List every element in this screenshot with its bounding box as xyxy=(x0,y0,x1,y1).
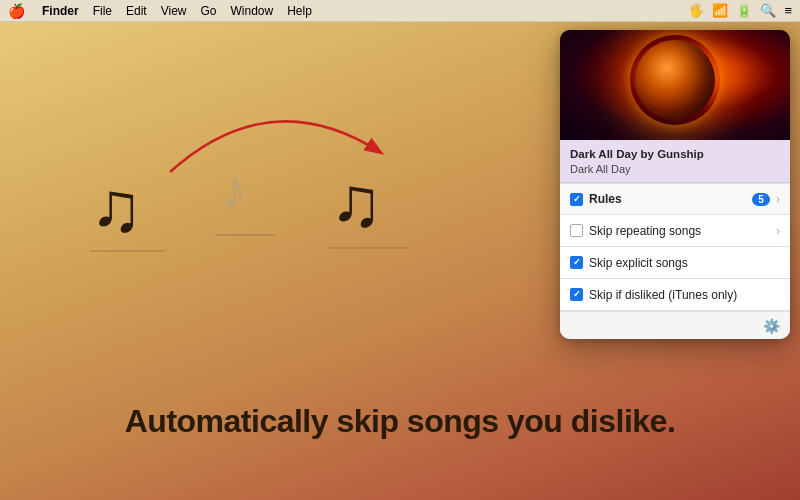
album-art xyxy=(560,30,790,140)
rules-label: Rules xyxy=(589,192,746,206)
note-line-3 xyxy=(328,247,408,249)
skip-disliked-label: Skip if disliked (iTunes only) xyxy=(589,288,780,302)
app-name-menu[interactable]: Finder xyxy=(35,0,86,22)
menu-go[interactable]: Go xyxy=(194,0,224,22)
main-background: ♫ ♪ ♫ Automatically skip songs you disli… xyxy=(0,22,800,500)
rules-badge: 5 xyxy=(752,193,770,206)
song-title: Dark All Day by Gunship xyxy=(570,147,780,162)
music-note-3: ♫ xyxy=(330,167,383,237)
skip-explicit-row[interactable]: Skip explicit songs xyxy=(560,247,790,279)
rules-row[interactable]: Rules 5 › xyxy=(560,183,790,215)
gear-icon[interactable]: ⚙️ xyxy=(763,318,780,334)
skip-repeating-checkbox[interactable] xyxy=(570,224,583,237)
bottom-gear-row: ⚙️ xyxy=(560,311,790,339)
space-visual xyxy=(560,30,790,140)
skip-repeating-chevron-icon: › xyxy=(776,224,780,238)
music-note-1: ♫ xyxy=(90,172,143,242)
menu-edit[interactable]: Edit xyxy=(119,0,154,22)
menu-file[interactable]: File xyxy=(86,0,119,22)
skip-explicit-checkbox[interactable] xyxy=(570,256,583,269)
search-icon[interactable]: 🔍 xyxy=(760,3,776,18)
hand-icon: 🖐 xyxy=(688,3,704,18)
wifi-icon: 📶 xyxy=(712,3,728,18)
skip-disliked-checkbox[interactable] xyxy=(570,288,583,301)
music-note-2: ♪ xyxy=(220,162,248,217)
menu-extra-icon[interactable]: ≡ xyxy=(784,3,792,18)
planet-visual xyxy=(635,40,715,120)
menu-bar: 🍎 Finder File Edit View Go Window Help 🖐… xyxy=(0,0,800,22)
apple-menu-icon[interactable]: 🍎 xyxy=(8,3,25,19)
note-line-2 xyxy=(215,234,275,236)
rules-chevron-icon: › xyxy=(776,192,780,206)
skip-repeating-label: Skip repeating songs xyxy=(589,224,770,238)
popup-panel: Dark All Day by Gunship Dark All Day Rul… xyxy=(560,30,790,339)
skip-explicit-label: Skip explicit songs xyxy=(589,256,780,270)
menu-window[interactable]: Window xyxy=(224,0,281,22)
skip-repeating-row[interactable]: Skip repeating songs › xyxy=(560,215,790,247)
battery-icon: 🔋 xyxy=(736,3,752,18)
note-line-1 xyxy=(90,250,165,252)
song-album: Dark All Day xyxy=(570,162,780,176)
menu-view[interactable]: View xyxy=(154,0,194,22)
song-info: Dark All Day by Gunship Dark All Day xyxy=(560,140,790,183)
tagline: Automatically skip songs you dislike. xyxy=(0,403,800,440)
skip-disliked-row[interactable]: Skip if disliked (iTunes only) xyxy=(560,279,790,311)
menu-right-icons: 🖐 📶 🔋 🔍 ≡ xyxy=(688,3,792,18)
rules-checkbox[interactable] xyxy=(570,193,583,206)
menu-help[interactable]: Help xyxy=(280,0,319,22)
notes-area: ♫ ♪ ♫ xyxy=(60,72,490,292)
